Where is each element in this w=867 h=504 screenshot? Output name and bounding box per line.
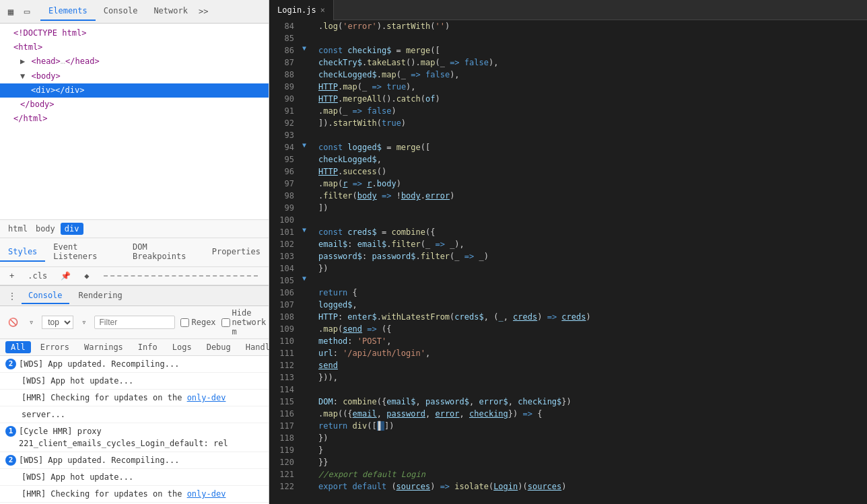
code-line-105 (313, 275, 867, 287)
dashed-line (104, 275, 258, 277)
msg-text-5: [Cycle HMR] proxy 221_client_emails_cycl… (19, 425, 263, 449)
filter-all-btn[interactable]: All (5, 341, 31, 353)
code-tab-close-icon[interactable]: × (320, 5, 325, 15)
console-filter-input[interactable] (94, 316, 175, 329)
code-line-112: send (313, 359, 867, 371)
tab-network[interactable]: Network (145, 2, 196, 21)
code-line-86: const checking$ = merge([ (313, 44, 867, 57)
code-line-117: return div([▌]) (313, 420, 867, 432)
code-line-120: }} (313, 456, 867, 468)
fold-arrow-94[interactable]: ▼ (302, 141, 306, 149)
console-tab-rendering[interactable]: Rendering (72, 288, 129, 304)
dom-line-html-close[interactable]: </html> (0, 112, 269, 126)
filter-warnings-btn[interactable]: Warnings (79, 341, 129, 353)
console-toolbar: 🚫 ▿ top ▿ Regex Hide network m ▼ Prese (0, 306, 269, 339)
fold-arrow-101[interactable]: ▼ (302, 226, 306, 233)
msg-text-8: [HMR] Checking for updates on the only-d… (22, 488, 263, 500)
hide-network-checkbox[interactable]: Hide network m (221, 308, 267, 336)
devtools-container: ▦ ▭ Elements Console Network >> <!DOCTYP… (0, 0, 867, 504)
console-msg-4: server... (0, 406, 269, 423)
regex-checkbox[interactable]: Regex (180, 318, 215, 327)
breadcrumb-html[interactable]: html (5, 223, 30, 235)
filter-debug-btn[interactable]: Debug (201, 341, 236, 353)
msg-text-7: [WDS] App hot update... (22, 471, 263, 483)
console-messages: 2 [WDS] App updated. Recompiling... [WDS… (0, 356, 269, 504)
pin-btn[interactable]: 📌 (57, 270, 75, 282)
dom-line-html[interactable]: <html> (0, 40, 269, 55)
code-line-122: export default (sources) => isolate(Logi… (313, 480, 867, 493)
console-msg-1: 2 [WDS] App updated. Recompiling... (0, 356, 269, 373)
code-line-121: //export default Login (313, 468, 867, 480)
add-style-btn[interactable]: + (5, 270, 18, 282)
code-line-118: }) (313, 432, 867, 444)
code-line-99: ]) (313, 202, 867, 214)
dom-line-doctype[interactable]: <!DOCTYPE html> (0, 26, 269, 40)
filter-icon[interactable]: ▿ (26, 316, 36, 328)
code-line-106: return { (313, 287, 867, 299)
context-select[interactable]: top (42, 316, 73, 329)
style-tab-properties[interactable]: Properties (204, 243, 269, 262)
only-dev-link-1[interactable]: only-dev (187, 393, 226, 402)
dom-line-body[interactable]: ▼ <body> (0, 69, 269, 83)
fold-arrow-86[interactable]: ▼ (302, 44, 306, 52)
console-msg-7: [WDS] App hot update... (0, 469, 269, 486)
code-line-113: })), (313, 371, 867, 384)
tab-console[interactable]: Console (96, 2, 146, 21)
dom-tree: <!DOCTYPE html> <html> ▶ <head>…</head> … (0, 24, 269, 219)
clear-console-btn[interactable]: 🚫 (5, 316, 21, 328)
inspect-icon[interactable]: ▦ (5, 6, 16, 17)
triangle-head[interactable]: ▶ (20, 57, 25, 66)
console-msg-3: [HMR] Checking for updates on the only-d… (0, 390, 269, 406)
code-line-102: email$: email$.filter(_ => _), (313, 238, 867, 250)
filter-logs-btn[interactable]: Logs (167, 341, 197, 353)
code-line-87: checkTry$.takeLast().map(_ => false), (313, 57, 867, 69)
code-line-97: .map(r => r.body) (313, 178, 867, 190)
fold-arrow-106[interactable]: ▼ (302, 275, 306, 282)
dom-line-div[interactable]: <div></div> (0, 83, 269, 98)
code-tab-login[interactable]: Login.js × (269, 0, 334, 20)
filter-levels-btn[interactable]: ▿ (79, 316, 89, 328)
tab-elements[interactable]: Elements (40, 2, 96, 21)
code-line-85 (313, 32, 867, 44)
cls-btn[interactable]: .cls (24, 270, 51, 282)
filter-buttons-bar: All Errors Warnings Info Logs Debug Hand… (0, 339, 269, 356)
dom-line-body-close[interactable]: </body> (0, 98, 269, 112)
breadcrumb-body[interactable]: body (33, 223, 58, 235)
triangle-body[interactable]: ▼ (20, 71, 25, 81)
three-dots-icon[interactable]: ⋮ (5, 289, 19, 303)
code-line-89: HTTP.map(_ => true), (313, 81, 867, 93)
code-line-95: checkLogged$, (313, 153, 867, 166)
style-tab-dom-breakpoints[interactable]: DOM Breakpoints (125, 238, 204, 266)
code-line-101: const creds$ = combine({ (313, 226, 867, 238)
code-line-94: const logged$ = merge([ (313, 141, 867, 153)
badge-1: 2 (5, 359, 16, 369)
diamond-btn[interactable]: ◆ (80, 270, 93, 282)
device-icon[interactable]: ▭ (22, 6, 32, 17)
console-tab-console[interactable]: Console (22, 288, 69, 304)
msg-text-2: [WDS] App hot update... (22, 375, 263, 387)
code-line-109: .map(send => ({ (313, 323, 867, 335)
code-editor: 84 85 86 87 88 89 90 91 92 93 94 95 96 9… (269, 20, 867, 504)
code-line-96: HTTP.success() (313, 166, 867, 178)
breadcrumb-div[interactable]: div (61, 223, 83, 235)
code-line-119: } (313, 444, 867, 456)
code-line-111: url: '/api/auth/login', (313, 347, 867, 359)
code-line-84: .log('error').startWith('') (313, 20, 867, 32)
style-tab-styles[interactable]: Styles (0, 243, 45, 262)
code-line-100 (313, 214, 867, 226)
code-line-108: HTTP: enter$.withLatestFrom(creds$, (_, … (313, 311, 867, 323)
only-dev-link-2[interactable]: only-dev (187, 489, 226, 499)
top-tabbar: ▦ ▭ Elements Console Network >> (0, 0, 269, 24)
code-line-91: .map(_ => false) (313, 105, 867, 117)
code-line-107: logged$, (313, 299, 867, 311)
badge-5: 1 (5, 426, 16, 437)
style-tab-event-listeners[interactable]: Event Listeners (45, 238, 125, 266)
code-content[interactable]: .log('error').startWith('') const checki… (313, 20, 867, 504)
filter-errors-btn[interactable]: Errors (35, 341, 75, 353)
console-msg-5: 1 [Cycle HMR] proxy 221_client_emails_cy… (0, 423, 269, 452)
dom-line-head[interactable]: ▶ <head>…</head> (0, 55, 269, 69)
filter-info-btn[interactable]: Info (133, 341, 163, 353)
badge-6: 2 (5, 455, 16, 466)
tab-more[interactable]: >> (196, 3, 211, 20)
code-tab-filename: Login.js (277, 5, 316, 15)
